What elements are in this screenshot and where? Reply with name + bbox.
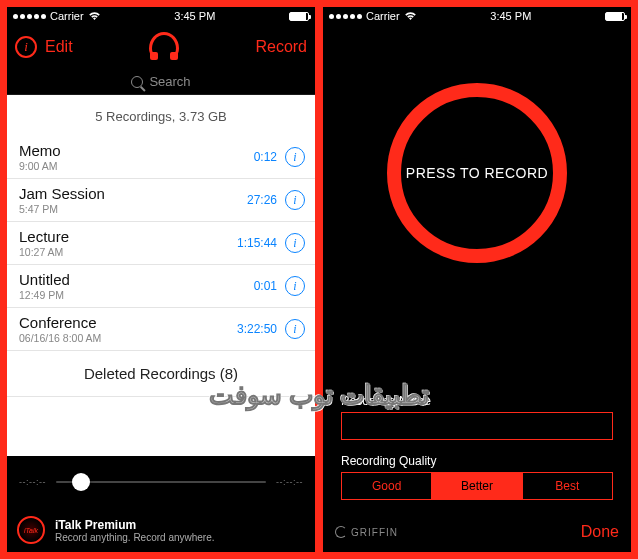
recording-duration: 1:15:44 [237, 236, 277, 250]
search-placeholder: Search [149, 74, 190, 89]
search-icon [131, 76, 143, 88]
header-bar: i Edit Record [7, 25, 315, 69]
recordings-summary: 5 Recordings, 3.73 GB [7, 95, 315, 136]
recording-subtitle: 9:00 AM [19, 160, 61, 172]
promo-title: iTalk Premium [55, 518, 215, 532]
quality-option-better[interactable]: Better [432, 473, 522, 499]
promo-tagline: Record anything. Record anywhere. [55, 532, 215, 543]
quality-option-good[interactable]: Good [342, 473, 432, 499]
promo-app-icon: iTalk [17, 516, 45, 544]
footer-bar: GRIFFIN Done [323, 512, 631, 552]
record-button[interactable]: Record [255, 38, 307, 56]
info-icon[interactable]: i [285, 233, 305, 253]
clock-label: 3:45 PM [490, 10, 531, 22]
recording-title: Untitled [19, 271, 70, 288]
remaining-time: --:--:-- [276, 477, 303, 487]
wifi-icon [88, 11, 101, 21]
info-icon[interactable]: i [285, 147, 305, 167]
search-bar[interactable]: Search [7, 69, 315, 95]
recording-quality-label: Recording Quality [341, 454, 613, 468]
info-icon[interactable]: i [285, 190, 305, 210]
griffin-logo-icon [335, 526, 347, 538]
recording-duration: 3:22:50 [237, 322, 277, 336]
carrier-label: Carrier [50, 10, 84, 22]
recording-duration: 27:26 [247, 193, 277, 207]
recording-name-input[interactable] [341, 412, 613, 440]
recording-name-label: Recording Name [341, 394, 613, 408]
clock-label: 3:45 PM [174, 10, 215, 22]
recording-duration: 0:12 [254, 150, 277, 164]
battery-icon [605, 12, 625, 21]
press-to-record-label: PRESS TO RECORD [406, 165, 548, 181]
recording-row[interactable]: Conference06/16/16 8:00 AM3:22:50i [7, 308, 315, 351]
carrier-label: Carrier [366, 10, 400, 22]
battery-icon [289, 12, 309, 21]
info-icon[interactable]: i [285, 319, 305, 339]
scrubber-track[interactable] [56, 481, 266, 483]
recording-subtitle: 10:27 AM [19, 246, 69, 258]
elapsed-time: --:--:-- [19, 477, 46, 487]
promo-banner[interactable]: iTalk iTalk Premium Record anything. Rec… [7, 508, 315, 552]
info-icon[interactable]: i [285, 276, 305, 296]
quality-option-best[interactable]: Best [523, 473, 612, 499]
recording-row[interactable]: Untitled12:49 PM0:01i [7, 265, 315, 308]
edit-button[interactable]: Edit [45, 38, 73, 56]
recording-subtitle: 12:49 PM [19, 289, 70, 301]
deleted-recordings-row[interactable]: Deleted Recordings (8) [7, 351, 315, 397]
recording-duration: 0:01 [254, 279, 277, 293]
scrubber-knob[interactable] [72, 473, 90, 491]
phone-recordings: Carrier 3:45 PM i Edit Record Se [7, 7, 315, 552]
recordings-list: 5 Recordings, 3.73 GB Memo9:00 AM0:12iJa… [7, 95, 315, 456]
signal-dots-icon [329, 14, 362, 19]
recording-row[interactable]: Jam Session5:47 PM27:26i [7, 179, 315, 222]
status-bar: Carrier 3:45 PM [7, 7, 315, 25]
done-button[interactable]: Done [581, 523, 619, 541]
recording-title: Lecture [19, 228, 69, 245]
phone-record-screen: Carrier 3:45 PM PRESS TO RECORD Recordin… [323, 7, 631, 552]
recording-title: Conference [19, 314, 101, 331]
brand-label: GRIFFIN [335, 526, 398, 538]
info-icon[interactable]: i [15, 36, 37, 58]
press-to-record-button[interactable]: PRESS TO RECORD [387, 83, 567, 263]
app-logo-icon [149, 32, 179, 62]
recording-subtitle: 06/16/16 8:00 AM [19, 332, 101, 344]
recording-title: Memo [19, 142, 61, 159]
signal-dots-icon [13, 14, 46, 19]
recording-row[interactable]: Lecture10:27 AM1:15:44i [7, 222, 315, 265]
player-bar: --:--:-- --:--:-- [7, 456, 315, 508]
recording-title: Jam Session [19, 185, 105, 202]
recording-row[interactable]: Memo9:00 AM0:12i [7, 136, 315, 179]
recording-subtitle: 5:47 PM [19, 203, 105, 215]
status-bar: Carrier 3:45 PM [323, 7, 631, 25]
quality-segmented-control: GoodBetterBest [341, 472, 613, 500]
wifi-icon [404, 11, 417, 21]
